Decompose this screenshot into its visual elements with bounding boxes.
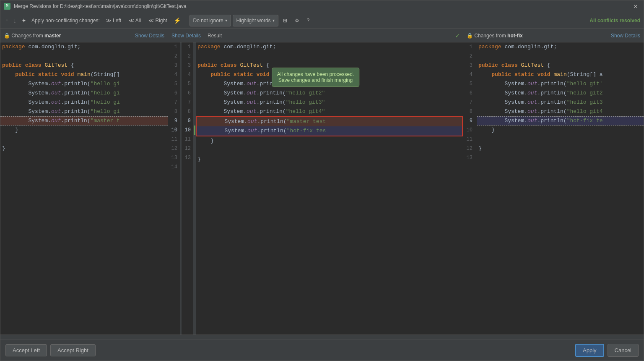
list-item: public static void main(String[] a [477, 70, 644, 79]
list-item: 6 [168, 89, 180, 98]
list-item: 3 [182, 61, 193, 70]
bottom-right-actions: Apply Cancel [575, 344, 639, 357]
list-item [477, 135, 644, 144]
list-item: 12 [182, 144, 193, 153]
center-show-details-link[interactable]: Show Details [171, 33, 201, 39]
right-panel-header: 🔒 Changes from hot-fix Show Details [463, 29, 644, 42]
tooltip-line1: All changes have been processed. [277, 71, 354, 77]
list-item: 3 [463, 61, 475, 70]
settings-button[interactable]: ⚙ [292, 15, 302, 26]
help-icon: ? [307, 18, 310, 24]
cancel-button[interactable]: Cancel [608, 344, 639, 357]
apply-non-conflicting-label: Apply non-conflicting changes: [31, 18, 100, 24]
list-item: 13 [182, 153, 193, 162]
list-item: public class GitTest { [477, 61, 644, 70]
left-code-area[interactable]: package com.donglin.git; public class Gi… [0, 42, 168, 335]
list-item [477, 153, 644, 162]
center-panel: Show Details Result ✓ All changes have b… [168, 29, 463, 340]
list-item: System.out.println("hot-fix tes [197, 126, 462, 136]
list-item: 8 [182, 107, 193, 116]
list-item [182, 162, 193, 172]
accept-left-button[interactable]: Accept Left [5, 344, 47, 356]
app-icon: M [4, 3, 10, 10]
conflict-block: System.out.println("master test System.o… [196, 116, 463, 136]
list-item [196, 146, 463, 155]
list-item: 2 [463, 52, 475, 61]
left-panel: 🔒 Changes from master Show Details packa… [0, 29, 168, 340]
list-item: 7 [463, 98, 475, 107]
list-item: System.out.println("hello git2 [477, 89, 644, 98]
list-item: 11 [463, 135, 475, 144]
title-bar: M Merge Revisions for D:\idea\git-test\s… [0, 0, 644, 12]
list-item: 14 [168, 162, 180, 172]
list-item: } [196, 136, 463, 146]
list-item [196, 164, 463, 173]
divider-1 [186, 16, 186, 25]
right-code-area[interactable]: 1 2 3 4 5 6 7 8 9 10 11 12 13 [463, 42, 644, 335]
left-panel-header: 🔒 Changes from master Show Details [0, 29, 168, 42]
chevron-down-icon-2: ▾ [273, 18, 275, 23]
list-item: } [477, 144, 644, 153]
list-item: 12 [168, 144, 180, 153]
grid-button[interactable]: ⊞ [280, 15, 290, 26]
list-item: System.out.println("hello git4" [196, 107, 463, 116]
right-show-details-link[interactable]: Show Details [611, 33, 640, 39]
list-item: 10 [168, 126, 180, 135]
main-window: M Merge Revisions for D:\idea\git-test\s… [0, 0, 644, 361]
right-scrollbar[interactable] [463, 335, 644, 340]
list-item: public class GitTest { [0, 61, 168, 70]
highlight-words-dropdown[interactable]: Highlight words ▾ [233, 15, 278, 26]
list-item: System.out.println("hello gi [0, 98, 168, 107]
center-scrollbar[interactable] [168, 335, 463, 340]
left-show-details-link[interactable]: Show Details [135, 33, 164, 39]
conflicts-resolved-label: All conflicts resolved [589, 18, 640, 24]
list-item: 3 [168, 61, 180, 70]
list-item: 12 [463, 144, 475, 153]
left-panel-title: 🔒 Changes from master [4, 33, 61, 39]
list-item: System.out.println("hello gi [0, 89, 168, 98]
magic-wand-button[interactable]: ✦ [20, 16, 28, 25]
list-item: 1 [168, 42, 180, 52]
apply-button[interactable]: Apply [575, 344, 604, 357]
list-item: } [0, 144, 168, 153]
chevron-down-icon: ▾ [225, 18, 227, 23]
list-item: package com.donglin.git; [196, 42, 463, 52]
apply-right-button[interactable]: ≪ Right [145, 15, 170, 26]
list-item: System.out.println("hello git2" [196, 89, 463, 98]
help-button[interactable]: ? [304, 15, 313, 26]
prev-conflict-button[interactable]: ↑ [4, 16, 10, 25]
grid-icon: ⊞ [283, 18, 287, 24]
next-conflict-button[interactable]: ↓ [12, 16, 18, 25]
list-item: package com.donglin.git; [477, 42, 644, 52]
do-not-ignore-dropdown[interactable]: Do not ignore ▾ [190, 15, 231, 26]
list-item [0, 135, 168, 144]
list-item: } [0, 126, 168, 135]
list-item: 9 [168, 116, 180, 126]
list-item: 5 [168, 79, 180, 89]
list-item [196, 52, 463, 61]
list-item: } [477, 126, 644, 135]
list-item: 11 [182, 135, 193, 144]
main-content: 🔒 Changes from master Show Details packa… [0, 29, 644, 340]
list-item: 1 [182, 42, 193, 52]
list-item: System.out.println("hello gi [0, 107, 168, 116]
settings-icon: ⚙ [295, 18, 299, 24]
arrow-extra-button[interactable]: ⚡ [172, 16, 182, 25]
list-item: package com.donglin.git; [0, 42, 168, 52]
left-scrollbar[interactable] [0, 335, 168, 340]
list-item: 6 [182, 89, 193, 98]
accept-right-button[interactable]: Accept Right [50, 344, 96, 356]
close-button[interactable]: ✕ [631, 1, 640, 11]
conflict-gutter-mark [194, 126, 195, 135]
right-code-content: package com.donglin.git; public class Gi… [475, 42, 644, 335]
list-item: 13 [463, 153, 475, 162]
list-item: 2 [182, 52, 193, 61]
apply-all-button[interactable]: ≪ All [126, 15, 144, 26]
result-label: Result [208, 33, 222, 39]
list-item: 10 [182, 126, 193, 135]
list-item: 11 [168, 135, 180, 144]
list-item: 5 [182, 79, 193, 89]
right-line-nums: 1 2 3 4 5 6 7 8 9 10 11 12 13 [463, 42, 475, 335]
left-code-lines: package com.donglin.git; public class Gi… [0, 42, 168, 153]
apply-left-button[interactable]: ≫ Left [103, 15, 124, 26]
